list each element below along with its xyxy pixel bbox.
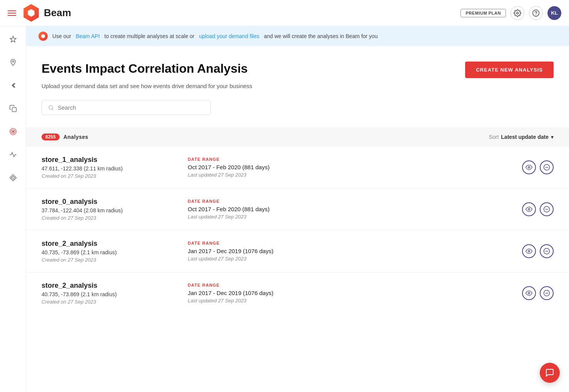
- analyses-badge: 8255 Analyses: [42, 133, 88, 140]
- app-title: Beam: [44, 7, 71, 19]
- svg-marker-9: [11, 176, 14, 179]
- delete-analysis-button[interactable]: [540, 244, 554, 258]
- minus-circle-icon: [543, 290, 550, 297]
- analysis-coords: 47.611, -122.338 (2.11 km radius): [42, 165, 172, 172]
- svg-point-15: [528, 209, 530, 210]
- view-analysis-button[interactable]: [522, 286, 536, 300]
- analysis-actions: [522, 244, 554, 258]
- analysis-list: store_1_analysis 47.611, -122.338 (2.11 …: [26, 147, 569, 314]
- sidebar-item-target[interactable]: [6, 125, 20, 138]
- analysis-coords: 40.735, -73.869 (2.1 km radius): [42, 249, 172, 255]
- analysis-row: store_2_analysis 40.735, -73.869 (2.1 km…: [26, 272, 569, 314]
- gear-icon: [514, 9, 521, 17]
- svg-rect-4: [12, 108, 16, 112]
- delete-analysis-button[interactable]: [540, 286, 554, 300]
- sort-value[interactable]: Latest update date: [501, 134, 549, 140]
- layers-icon: [9, 82, 17, 89]
- sort-control: Sort Latest update date ▾: [489, 134, 554, 140]
- analysis-row: store_2_analysis 40.735, -73.869 (2.1 km…: [26, 230, 569, 272]
- analysis-created: Created on 27 Sep 2023: [42, 299, 172, 305]
- upload-demand-link[interactable]: upload your demand files: [199, 33, 259, 39]
- view-analysis-button[interactable]: [522, 244, 536, 258]
- analysis-row: store_0_analysis 37.784, -122.404 (2.08 …: [26, 188, 569, 230]
- banner-icon: [38, 32, 48, 41]
- settings-button[interactable]: [511, 6, 524, 20]
- hamburger-menu[interactable]: [8, 10, 16, 16]
- eye-icon: [526, 164, 532, 171]
- chat-bubble-button[interactable]: [540, 363, 560, 383]
- nav-right: PREMIUM PLAN KL: [461, 6, 561, 20]
- diamond-icon: [9, 174, 17, 182]
- page-title: Events Impact Correlation Analysis: [42, 62, 248, 76]
- date-range-updated: Last updated 27 Sep 2023: [188, 256, 507, 262]
- view-analysis-button[interactable]: [522, 160, 536, 174]
- minus-circle-icon: [543, 164, 550, 171]
- analysis-name: store_1_analysis: [42, 156, 172, 164]
- search-icon: [48, 105, 54, 111]
- analyses-header: 8255 Analyses Sort Latest update date ▾: [42, 133, 554, 140]
- logo-icon: [22, 4, 40, 22]
- analyses-count: 8255: [42, 133, 60, 140]
- analysis-row: store_1_analysis 47.611, -122.338 (2.11 …: [26, 147, 569, 188]
- delete-analysis-button[interactable]: [540, 202, 554, 216]
- help-button[interactable]: [529, 6, 543, 20]
- svg-point-21: [528, 292, 530, 294]
- analysis-info: store_1_analysis 47.611, -122.338 (2.11 …: [42, 156, 172, 179]
- page-subtitle: Upload your demand data set and see how …: [42, 83, 554, 89]
- analysis-name: store_2_analysis: [42, 240, 172, 248]
- sidebar-item-layers[interactable]: [6, 78, 20, 92]
- svg-point-7: [12, 131, 13, 132]
- sidebar-item-sparkle[interactable]: [6, 32, 20, 46]
- sidebar-item-location[interactable]: [6, 55, 20, 69]
- logo-area: Beam: [22, 4, 71, 22]
- analysis-date-range: DATE RANGE Jan 2017 - Dec 2019 (1076 day…: [188, 241, 507, 262]
- eye-icon: [526, 290, 532, 297]
- location-pin-icon: [9, 58, 17, 66]
- date-range-label: DATE RANGE: [188, 157, 507, 162]
- sort-chevron-icon[interactable]: ▾: [551, 134, 554, 140]
- analysis-created: Created on 27 Sep 2023: [42, 173, 172, 179]
- target-icon: [9, 128, 17, 135]
- date-range-updated: Last updated 27 Sep 2023: [188, 298, 507, 304]
- chat-icon: [545, 368, 554, 377]
- svg-point-12: [528, 167, 530, 168]
- banner-text-after: and we will create the analyses in Beam …: [264, 33, 378, 39]
- sort-label: Sort: [489, 134, 499, 140]
- main-layout: Use our Beam API to create multiple anal…: [0, 26, 569, 392]
- analysis-date-range: DATE RANGE Jan 2017 - Dec 2019 (1076 day…: [188, 283, 507, 304]
- date-range-updated: Last updated 27 Sep 2023: [188, 172, 507, 178]
- sparkle-icon: [9, 35, 17, 43]
- analysis-coords: 37.784, -122.404 (2.08 km radius): [42, 207, 172, 214]
- copy-icon: [9, 105, 17, 112]
- date-range-label: DATE RANGE: [188, 241, 507, 245]
- search-input[interactable]: [58, 104, 204, 111]
- svg-point-0: [517, 12, 519, 14]
- date-range-label: DATE RANGE: [188, 199, 507, 204]
- trend-icon: [9, 151, 17, 158]
- banner-text-before: Use our: [52, 33, 71, 39]
- analysis-actions: [522, 202, 554, 216]
- view-analysis-button[interactable]: [522, 202, 536, 216]
- delete-analysis-button[interactable]: [540, 160, 554, 174]
- search-bar: [42, 100, 211, 115]
- svg-point-3: [12, 60, 13, 62]
- create-analysis-button[interactable]: CREATE NEW ANALYSIS: [465, 62, 554, 78]
- sidebar-item-diamond[interactable]: [6, 171, 20, 185]
- sidebar-item-copy[interactable]: [6, 102, 20, 115]
- analysis-info: store_0_analysis 37.784, -122.404 (2.08 …: [42, 198, 172, 221]
- analysis-info: store_2_analysis 40.735, -73.869 (2.1 km…: [42, 282, 172, 305]
- svg-marker-8: [10, 175, 16, 181]
- sidebar-item-trend[interactable]: [6, 148, 20, 162]
- date-range-value: Jan 2017 - Dec 2019 (1076 days): [188, 290, 507, 296]
- svg-point-18: [528, 250, 530, 252]
- premium-badge[interactable]: PREMIUM PLAN: [461, 9, 506, 17]
- date-range-label: DATE RANGE: [188, 283, 507, 287]
- user-avatar[interactable]: KL: [547, 6, 561, 20]
- analysis-actions: [522, 160, 554, 174]
- beam-api-link[interactable]: Beam API: [76, 33, 100, 39]
- minus-circle-icon: [543, 206, 550, 213]
- analyses-header-bar: 8255 Analyses Sort Latest update date ▾: [26, 127, 569, 147]
- info-banner: Use our Beam API to create multiple anal…: [26, 26, 569, 46]
- analysis-created: Created on 27 Sep 2023: [42, 215, 172, 221]
- page-header: Events Impact Correlation Analysis CREAT…: [42, 62, 554, 78]
